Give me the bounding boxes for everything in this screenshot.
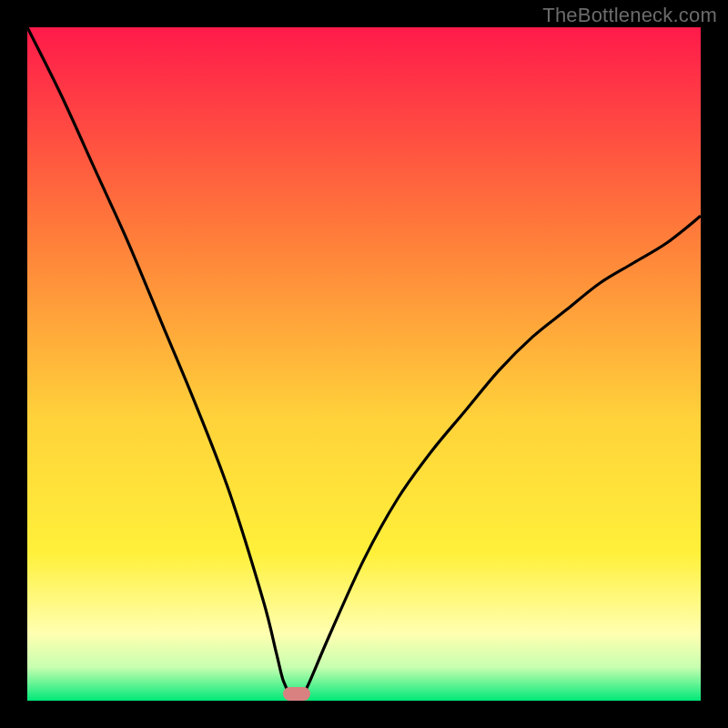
bottleneck-curve <box>27 27 701 701</box>
watermark-text: TheBottleneck.com <box>542 4 717 27</box>
minimum-marker <box>283 687 310 701</box>
chart-frame: TheBottleneck.com <box>0 0 728 728</box>
plot-area <box>27 27 701 701</box>
